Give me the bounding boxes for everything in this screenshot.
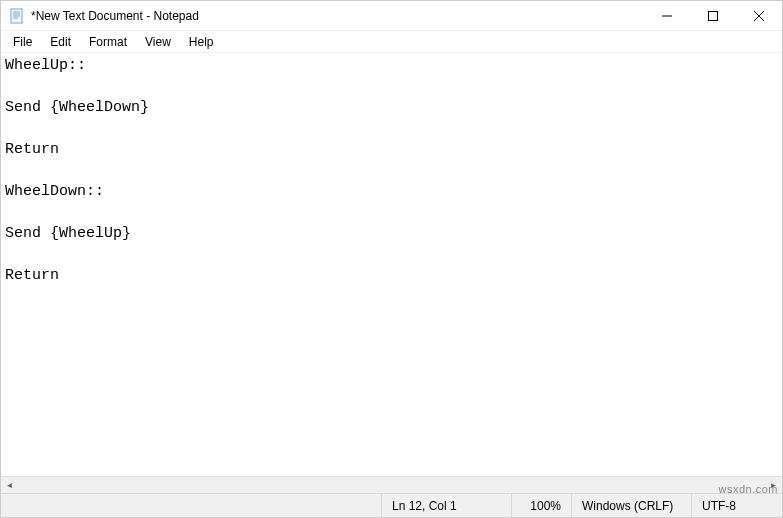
text-editor[interactable]: WheelUp:: Send {WheelDown} Return WheelD… [1, 53, 782, 476]
status-position: Ln 12, Col 1 [382, 494, 512, 517]
menu-file[interactable]: File [5, 33, 40, 51]
svg-rect-6 [709, 11, 718, 20]
status-encoding: UTF-8 [692, 494, 782, 517]
close-button[interactable] [736, 1, 782, 30]
menu-help[interactable]: Help [181, 33, 222, 51]
scroll-track[interactable] [18, 477, 765, 493]
titlebar: *New Text Document - Notepad [1, 1, 782, 31]
statusbar: Ln 12, Col 1 100% Windows (CRLF) UTF-8 [1, 493, 782, 517]
menu-view[interactable]: View [137, 33, 179, 51]
window-controls [644, 1, 782, 30]
horizontal-scrollbar[interactable]: ◄ ► [1, 476, 782, 493]
maximize-button[interactable] [690, 1, 736, 30]
minimize-button[interactable] [644, 1, 690, 30]
status-eol: Windows (CRLF) [572, 494, 692, 517]
editor-content[interactable]: WheelUp:: Send {WheelDown} Return WheelD… [1, 53, 782, 476]
scroll-left-icon[interactable]: ◄ [1, 477, 18, 494]
watermark: wsxdn.com [718, 483, 778, 495]
status-zoom: 100% [512, 494, 572, 517]
notepad-icon [9, 8, 25, 24]
menu-format[interactable]: Format [81, 33, 135, 51]
window-title: *New Text Document - Notepad [31, 9, 644, 23]
status-spacer [1, 494, 382, 517]
menu-edit[interactable]: Edit [42, 33, 79, 51]
menubar: File Edit Format View Help [1, 31, 782, 53]
